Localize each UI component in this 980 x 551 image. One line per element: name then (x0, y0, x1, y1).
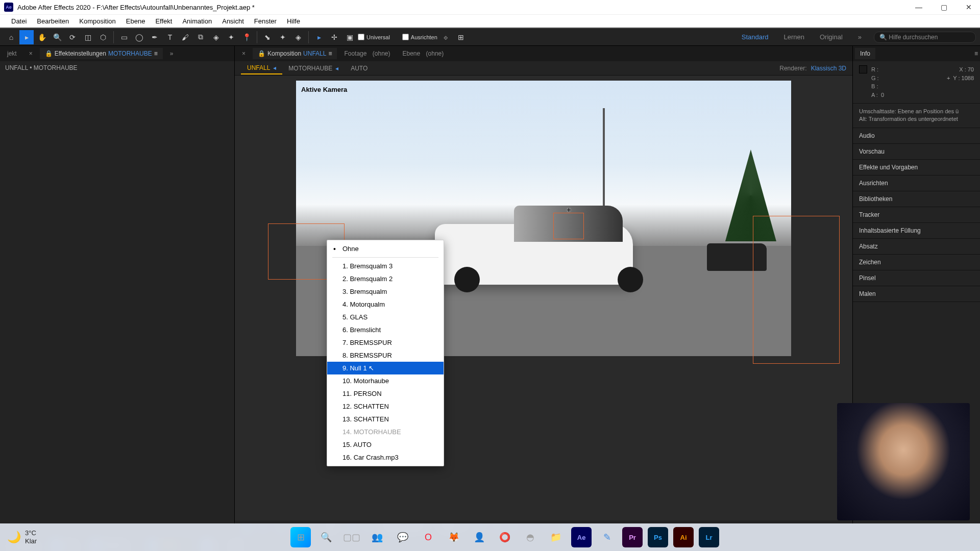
menu-item-11[interactable]: 11. PERSON (327, 387, 444, 400)
section-ausrichten[interactable]: Ausrichten (859, 180, 974, 187)
section-audio[interactable]: Audio (859, 132, 974, 139)
tab-overflow-left[interactable]: » (165, 48, 179, 59)
selection-bounds-right[interactable] (753, 216, 840, 364)
anchor-marker[interactable] (553, 213, 584, 239)
menu-item-2[interactable]: 2. Bremsqualm 2 (327, 272, 444, 285)
taskbar-premiere[interactable]: Pr (622, 527, 643, 547)
workspace-overflow[interactable]: » (858, 33, 862, 41)
menu-animation[interactable]: Animation (177, 17, 217, 25)
menu-item-10[interactable]: 10. Motorhaube (327, 374, 444, 387)
workspace-original[interactable]: Original (820, 33, 843, 41)
close-button[interactable]: ✕ (962, 1, 976, 13)
taskbar-weather[interactable]: 🌙 3°C Klar (7, 529, 37, 545)
menu-item-9[interactable]: 9. Null 1 ↖ (327, 362, 444, 374)
menu-item-4[interactable]: 4. Motorqualm (327, 298, 444, 311)
menu-item-13[interactable]: 13. SCHATTEN (327, 413, 444, 425)
taskbar-search[interactable]: 🔍 (316, 527, 336, 547)
menu-item-8[interactable]: 8. BREMSSPUR (327, 349, 444, 362)
eraser-tool[interactable]: ◈ (209, 30, 223, 44)
shape-ellipse-tool[interactable]: ◯ (132, 30, 146, 44)
convert-tool[interactable]: ▣ (342, 30, 357, 44)
tab-x1[interactable]: × (24, 48, 38, 59)
section-effekte[interactable]: Effekte und Vorgaben (859, 164, 974, 171)
menu-item-1[interactable]: 1. Bremsqualm 3 (327, 260, 444, 272)
pan-behind-tool[interactable]: ⬡ (96, 30, 110, 44)
tab-menu-icon[interactable]: ≡ (328, 50, 332, 57)
menu-komposition[interactable]: Komposition (74, 17, 121, 25)
tab-ebene[interactable]: Ebene (ohne) (398, 48, 449, 59)
hand-tool[interactable]: ✋ (35, 30, 49, 44)
taskbar-illustrator[interactable]: Ai (673, 527, 694, 547)
comp-tab-auto[interactable]: AUTO (345, 63, 374, 74)
menu-hilfe[interactable]: Hilfe (282, 17, 305, 25)
taskbar-firefox[interactable]: 🦊 (444, 527, 464, 547)
menu-bearbeiten[interactable]: Bearbeiten (32, 17, 74, 25)
help-search[interactable]: 🔍 Hilfe durchsuchen (874, 32, 976, 43)
section-vorschau[interactable]: Vorschau (859, 148, 974, 155)
menu-item-5[interactable]: 5. GLAS (327, 311, 444, 323)
taskbar-whatsapp[interactable]: 💬 (393, 527, 413, 547)
maximize-button[interactable]: ▢ (937, 1, 951, 13)
brush-tool[interactable]: 🖌 (178, 30, 192, 44)
selection-tool[interactable]: ▸ (19, 30, 34, 44)
roto-tool[interactable]: ✦ (224, 30, 238, 44)
menu-item-16[interactable]: 16. Car Crash.mp3 (327, 451, 444, 464)
parent-context-menu[interactable]: Ohne 1. Bremsqualm 3 2. Bremsqualm 2 3. … (327, 240, 444, 466)
universal-checkbox[interactable]: Universal (358, 34, 390, 40)
taskbar-app-3[interactable]: ◓ (520, 527, 541, 547)
taskbar-taskview[interactable]: ▢▢ (341, 527, 362, 547)
taskbar-photoshop[interactable]: Ps (648, 527, 668, 547)
home-tool[interactable]: ⌂ (4, 30, 18, 44)
taskbar-app-2[interactable]: ⭕ (495, 527, 515, 547)
section-tracker[interactable]: Tracker (859, 211, 974, 218)
menu-datei[interactable]: Datei (6, 17, 32, 25)
menu-fenster[interactable]: Fenster (249, 17, 282, 25)
section-pinsel[interactable]: Pinsel (859, 274, 974, 282)
taskbar-explorer[interactable]: 📁 (546, 527, 566, 547)
menu-ansicht[interactable]: Ansicht (217, 17, 249, 25)
menu-item-6[interactable]: 6. Bremslicht (327, 323, 444, 336)
taskbar-start[interactable]: ⊞ (290, 527, 311, 547)
section-zeichen[interactable]: Zeichen (859, 259, 974, 266)
pen-tool[interactable]: ✒ (148, 30, 162, 44)
comp-tab-motorhaube[interactable]: MOTORHAUBE◂ (282, 63, 345, 74)
puppet-tool[interactable]: 📍 (239, 30, 254, 44)
section-bibliotheken[interactable]: Bibliotheken (859, 195, 974, 203)
taskbar-app-4[interactable]: ✎ (597, 527, 617, 547)
taskbar-opera[interactable]: O (418, 527, 438, 547)
ausrichten-checkbox[interactable]: Ausrichten (402, 34, 437, 40)
minimize-button[interactable]: — (911, 1, 926, 13)
menu-item-15[interactable]: 15. AUTO (327, 438, 444, 451)
add-vertex-tool[interactable]: ✢ (327, 30, 341, 44)
rotate-tool[interactable]: ⟳ (65, 30, 80, 44)
world-axis-tool[interactable]: ✦ (276, 30, 290, 44)
section-malen[interactable]: Malen (859, 290, 974, 297)
taskbar-app-1[interactable]: 👤 (469, 527, 489, 547)
tab-projekt[interactable]: jekt (2, 48, 22, 59)
tab-info[interactable]: Info (855, 48, 875, 59)
panel-menu-icon[interactable]: ≡ (974, 50, 978, 57)
menu-item-3[interactable]: 3. Bremsqualm (327, 285, 444, 298)
zoom-tool[interactable]: 🔍 (50, 30, 64, 44)
taskbar-teams[interactable]: 👥 (367, 527, 387, 547)
camera-tool[interactable]: ◫ (81, 30, 95, 44)
workspace-standard[interactable]: Standard (742, 33, 769, 41)
clone-tool[interactable]: ⧉ (193, 30, 208, 44)
text-tool[interactable]: T (163, 30, 177, 44)
menu-ebene[interactable]: Ebene (121, 17, 151, 25)
tab-menu-icon[interactable]: ≡ (154, 50, 158, 57)
shape-rect-tool[interactable]: ▭ (117, 30, 131, 44)
menu-item-7[interactable]: 7. BREMSSPUR (327, 336, 444, 349)
arrow-blue-tool[interactable]: ▸ (312, 30, 326, 44)
section-inhalt[interactable]: Inhaltsbasierte Füllung (859, 227, 974, 234)
tab-footage[interactable]: Footage (ohne) (339, 48, 395, 59)
view-axis-tool[interactable]: ◈ (291, 30, 305, 44)
taskbar-aftereffects[interactable]: Ae (571, 527, 592, 547)
menu-item-ohne[interactable]: Ohne (327, 242, 444, 255)
local-axis-tool[interactable]: ⬊ (260, 30, 275, 44)
taskbar-lightroom[interactable]: Lr (699, 527, 719, 547)
snap-grid-tool[interactable]: ⊞ (454, 30, 468, 44)
workspace-lernen[interactable]: Lernen (783, 33, 804, 41)
windows-taskbar[interactable]: 🌙 3°C Klar ⊞ 🔍 ▢▢ 👥 💬 O 🦊 👤 ⭕ ◓ 📁 Ae ✎ P… (0, 523, 980, 551)
center-tab-x[interactable]: × (237, 48, 251, 59)
